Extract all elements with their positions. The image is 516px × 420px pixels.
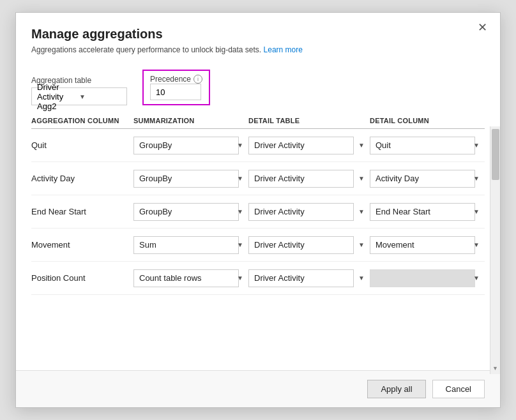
col-header-detail-table: DETAIL TABLE — [248, 117, 370, 124]
detail-table-dropdown-arrow: ▼ — [358, 142, 365, 149]
summarization-select[interactable]: GroupBySumCountMinMaxCount table rows — [133, 236, 239, 254]
table-row: End Near Start GroupBySumCountMinMaxCoun… — [31, 195, 485, 229]
detail-table-dropdown-arrow: ▼ — [358, 175, 365, 182]
table-row: Quit GroupBySumCountMinMaxCount table ro… — [31, 129, 485, 162]
detail-table-dropdown-arrow: ▼ — [358, 274, 365, 281]
col-header-detail-column: DETAIL COLUMN — [370, 117, 485, 124]
detail-column-select-wrapper: QuitActivity DayEnd Near StartMovementPo… — [370, 203, 485, 221]
dialog-subtitle: Aggregations accelerate query performanc… — [31, 45, 485, 54]
row-column-label: Quit — [31, 140, 133, 150]
detail-table-select-wrapper: Driver Activity ▼ — [248, 236, 370, 254]
row-column-label: Movement — [31, 240, 133, 250]
cancel-button[interactable]: Cancel — [432, 380, 485, 398]
detail-table-select-wrapper: Driver Activity ▼ — [248, 203, 370, 221]
detail-column-select[interactable]: QuitActivity DayEnd Near StartMovementPo… — [370, 170, 475, 188]
row-column-label: Activity Day — [31, 174, 133, 183]
dialog-title: Manage aggregations — [31, 27, 485, 41]
summarization-select[interactable]: GroupBySumCountMinMaxCount table rows — [133, 137, 239, 154]
agg-table-dropdown-arrow: ▼ — [79, 93, 121, 100]
detail-table-select[interactable]: Driver Activity — [248, 137, 354, 154]
scrollbar[interactable]: ▼ — [490, 126, 500, 374]
aggregations-table: AGGREGATION COLUMN SUMMARIZATION DETAIL … — [16, 112, 500, 370]
detail-column-select-wrapper: ▼ — [370, 269, 485, 287]
learn-more-link[interactable]: Learn more — [264, 45, 303, 54]
col-header-summarization: SUMMARIZATION — [133, 117, 248, 124]
table-body: Quit GroupBySumCountMinMaxCount table ro… — [31, 129, 485, 370]
agg-table-select[interactable]: Driver Activity Agg2 ▼ — [31, 87, 127, 105]
detail-table-dropdown-arrow: ▼ — [358, 208, 365, 215]
close-button[interactable]: ✕ — [474, 20, 491, 34]
row-column-label: Position Count — [31, 273, 133, 283]
top-controls: Aggregation table Driver Activity Agg2 ▼… — [16, 61, 500, 112]
manage-aggregations-dialog: ✕ Manage aggregations Aggregations accel… — [15, 12, 501, 408]
detail-column-select-disabled — [370, 269, 475, 287]
dialog-header: Manage aggregations Aggregations acceler… — [16, 13, 500, 61]
row-column-label: End Near Start — [31, 207, 133, 216]
detail-column-select[interactable]: QuitActivity DayEnd Near StartMovementPo… — [370, 137, 475, 154]
table-row: Movement GroupBySumCountMinMaxCount tabl… — [31, 229, 485, 262]
scrollbar-thumb[interactable] — [492, 129, 499, 180]
info-icon[interactable]: i — [194, 75, 202, 84]
detail-table-select-wrapper: Driver Activity ▼ — [248, 137, 370, 154]
table-row: Activity Day GroupBySumCountMinMaxCount … — [31, 162, 485, 195]
summarization-select[interactable]: GroupBySumCountMinMaxCount table rows — [133, 203, 239, 221]
detail-column-select-wrapper: QuitActivity DayEnd Near StartMovementPo… — [370, 170, 485, 188]
precedence-input[interactable] — [150, 84, 201, 100]
detail-table-select[interactable]: Driver Activity — [248, 203, 354, 221]
table-row: Position Count GroupBySumCountMinMaxCoun… — [31, 262, 485, 295]
scrollbar-down-arrow[interactable]: ▼ — [492, 365, 498, 371]
apply-all-button[interactable]: Apply all — [367, 380, 425, 398]
detail-table-select[interactable]: Driver Activity — [248, 269, 354, 287]
detail-table-select-wrapper: Driver Activity ▼ — [248, 170, 370, 188]
summarization-select-wrapper: GroupBySumCountMinMaxCount table rows ▼ — [133, 137, 248, 154]
precedence-box: Precedence i — [142, 70, 210, 105]
summarization-select-wrapper: GroupBySumCountMinMaxCount table rows ▼ — [133, 269, 248, 287]
summarization-select-wrapper: GroupBySumCountMinMaxCount table rows ▼ — [133, 236, 248, 254]
detail-column-select-wrapper: QuitActivity DayEnd Near StartMovementPo… — [370, 236, 485, 254]
summarization-select[interactable]: GroupBySumCountMinMaxCount table rows — [133, 170, 239, 188]
detail-column-select[interactable]: QuitActivity DayEnd Near StartMovementPo… — [370, 236, 475, 254]
agg-table-group: Aggregation table Driver Activity Agg2 ▼ — [31, 76, 127, 105]
dialog-footer: Apply all Cancel — [16, 370, 500, 407]
detail-table-dropdown-arrow: ▼ — [358, 241, 365, 248]
detail-column-select-wrapper: QuitActivity DayEnd Near StartMovementPo… — [370, 137, 485, 154]
detail-table-select[interactable]: Driver Activity — [248, 236, 354, 254]
detail-table-select[interactable]: Driver Activity — [248, 170, 354, 188]
detail-column-select[interactable]: QuitActivity DayEnd Near StartMovementPo… — [370, 203, 475, 221]
detail-table-select-wrapper: Driver Activity ▼ — [248, 269, 370, 287]
table-header: AGGREGATION COLUMN SUMMARIZATION DETAIL … — [31, 112, 485, 129]
precedence-label: Precedence i — [150, 75, 202, 84]
col-header-aggregation-column: AGGREGATION COLUMN — [31, 117, 133, 124]
summarization-select[interactable]: GroupBySumCountMinMaxCount table rows — [133, 269, 239, 287]
summarization-select-wrapper: GroupBySumCountMinMaxCount table rows ▼ — [133, 170, 248, 188]
summarization-select-wrapper: GroupBySumCountMinMaxCount table rows ▼ — [133, 203, 248, 221]
